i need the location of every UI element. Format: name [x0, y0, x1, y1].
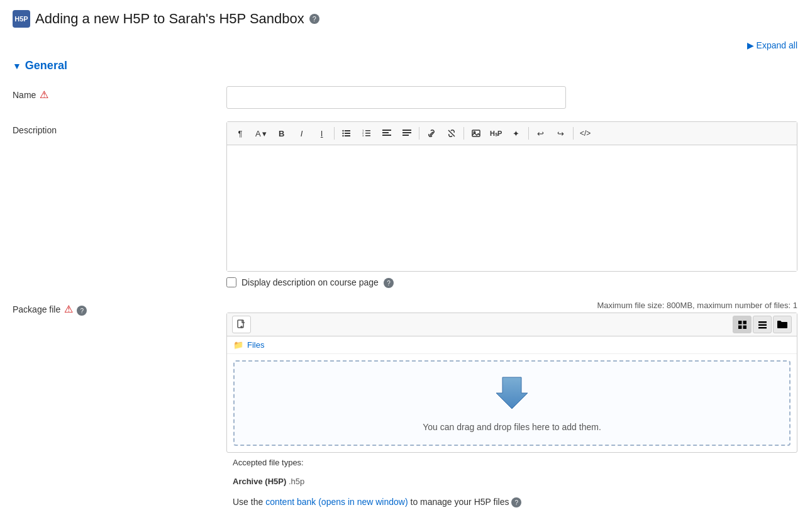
grid-view-button[interactable] — [733, 316, 752, 333]
svg-rect-11 — [365, 135, 370, 136]
h5p-insert-button[interactable]: H₅P — [487, 125, 506, 142]
expand-all-container: ▶ Expand all — [13, 40, 797, 50]
svg-rect-2 — [345, 133, 350, 134]
svg-text:3.: 3. — [362, 134, 364, 137]
package-file-row: Package file ⚠ ? Maximum file size: 800M… — [13, 301, 797, 515]
files-breadcrumb-link[interactable]: Files — [247, 340, 264, 350]
bold-button[interactable]: B — [272, 125, 291, 142]
redo-button[interactable]: ↪ — [552, 125, 570, 142]
description-field-row: Description ¶ A ▾ B I I — [13, 121, 797, 288]
underline-button[interactable]: I — [313, 125, 331, 142]
justify-button[interactable] — [397, 125, 416, 142]
svg-rect-25 — [758, 321, 767, 323]
accepted-file-types: Accepted file types: Archive (H5P) .h5p — [226, 453, 797, 491]
name-input[interactable] — [226, 86, 566, 109]
package-required-icon: ⚠ — [64, 304, 73, 314]
file-breadcrumb: 📁 Files — [227, 336, 797, 354]
file-manager-toolbar — [227, 313, 797, 336]
display-description-help-icon[interactable]: ? — [384, 278, 394, 288]
description-editor-container: ¶ A ▾ B I I — [226, 121, 797, 288]
svg-rect-27 — [758, 327, 767, 329]
file-manager: 📁 Files You ca — [226, 313, 797, 453]
description-label: Description — [13, 121, 226, 135]
package-help-icon[interactable]: ? — [77, 306, 87, 316]
toolbar-sep-3 — [463, 127, 464, 140]
svg-marker-28 — [496, 377, 528, 409]
svg-rect-0 — [345, 130, 350, 131]
svg-rect-14 — [382, 135, 391, 136]
package-file-label: Package file ⚠ ? — [13, 301, 226, 316]
drop-arrow-icon — [493, 374, 531, 412]
svg-point-5 — [342, 135, 343, 136]
svg-rect-7 — [365, 130, 370, 131]
font-family-button[interactable]: A ▾ — [251, 125, 271, 142]
undo-button[interactable]: ↩ — [531, 125, 550, 142]
svg-rect-13 — [382, 132, 389, 133]
unordered-list-button[interactable] — [337, 125, 356, 142]
svg-rect-21 — [738, 321, 742, 324]
toolbar-sep-1 — [334, 127, 335, 140]
name-required-icon: ⚠ — [40, 90, 48, 100]
svg-rect-26 — [758, 324, 767, 326]
general-collapse-icon[interactable]: ▼ — [13, 61, 21, 71]
toolbar-sep-2 — [419, 127, 419, 140]
svg-rect-16 — [402, 132, 411, 133]
content-bank-help-icon[interactable]: ? — [511, 497, 521, 507]
font-dropdown-arrow: ▾ — [262, 129, 267, 138]
file-drop-zone[interactable]: You can drag and drop files here to add … — [233, 360, 791, 446]
source-code-button[interactable]: </> — [576, 125, 595, 142]
add-file-button[interactable] — [232, 316, 251, 333]
align-left-button[interactable] — [377, 125, 396, 142]
list-view-button[interactable] — [753, 316, 772, 333]
name-field-content — [226, 86, 797, 109]
breadcrumb-folder-icon: 📁 — [233, 340, 243, 350]
font-label: A — [255, 129, 261, 138]
remove-link-button[interactable] — [442, 125, 461, 142]
h5p-logo: H5P — [13, 10, 30, 28]
name-field-row: Name ⚠ — [13, 86, 797, 109]
display-description-row: Display description on course page ? — [226, 277, 797, 288]
toolbar-sep-4 — [528, 127, 529, 140]
description-editor-body[interactable] — [227, 145, 797, 271]
general-section-title: General — [25, 59, 67, 72]
ordered-list-button[interactable]: 1. 2. 3. — [357, 125, 376, 142]
general-section-header: ▼ General — [13, 55, 797, 76]
file-view-buttons — [733, 316, 792, 333]
svg-rect-23 — [738, 325, 742, 329]
display-description-checkbox[interactable] — [226, 277, 236, 287]
editor-toolbar: ¶ A ▾ B I I — [227, 122, 797, 145]
insert-image-button[interactable] — [467, 125, 485, 142]
name-label: Name ⚠ — [13, 86, 226, 100]
display-description-label[interactable]: Display description on course page — [241, 277, 379, 287]
expand-all-button[interactable]: ▶ Expand all — [747, 40, 797, 50]
svg-rect-22 — [743, 321, 746, 324]
special-char-button[interactable]: ✦ — [507, 125, 526, 142]
svg-point-3 — [342, 133, 343, 134]
page-title: Adding a new H5P to Sarah's H5P Sandbox — [35, 11, 304, 27]
expand-all-label: Expand all — [757, 40, 797, 50]
svg-rect-4 — [345, 135, 350, 136]
svg-rect-9 — [365, 133, 370, 134]
content-bank-row: Use the content bank (opens in new windo… — [226, 491, 797, 515]
content-bank-link[interactable]: content bank (opens in new window) — [265, 497, 410, 507]
page-title-help-icon[interactable]: ? — [309, 14, 319, 24]
package-file-content: Maximum file size: 800MB, maximum number… — [226, 301, 797, 515]
accepted-label: Accepted file types: — [233, 458, 791, 467]
svg-rect-15 — [402, 130, 411, 131]
italic-button[interactable]: I — [292, 125, 311, 142]
page-header: H5P Adding a new H5P to Sarah's H5P Sand… — [13, 10, 797, 28]
svg-rect-24 — [743, 325, 746, 329]
format-block-button[interactable]: ¶ — [231, 125, 250, 142]
svg-rect-12 — [382, 130, 391, 131]
drop-zone-text: You can drag and drop files here to add … — [423, 422, 601, 432]
svg-point-1 — [342, 130, 343, 131]
insert-link-button[interactable] — [422, 125, 441, 142]
svg-rect-18 — [472, 130, 480, 136]
toolbar-sep-5 — [573, 127, 574, 140]
expand-all-chevron: ▶ — [747, 40, 754, 50]
archive-type: Archive (H5P) .h5p — [233, 477, 791, 486]
file-info: Maximum file size: 800MB, maximum number… — [226, 301, 797, 310]
rich-text-editor: ¶ A ▾ B I I — [226, 121, 797, 272]
folder-view-button[interactable] — [773, 316, 792, 333]
svg-rect-17 — [402, 135, 409, 136]
